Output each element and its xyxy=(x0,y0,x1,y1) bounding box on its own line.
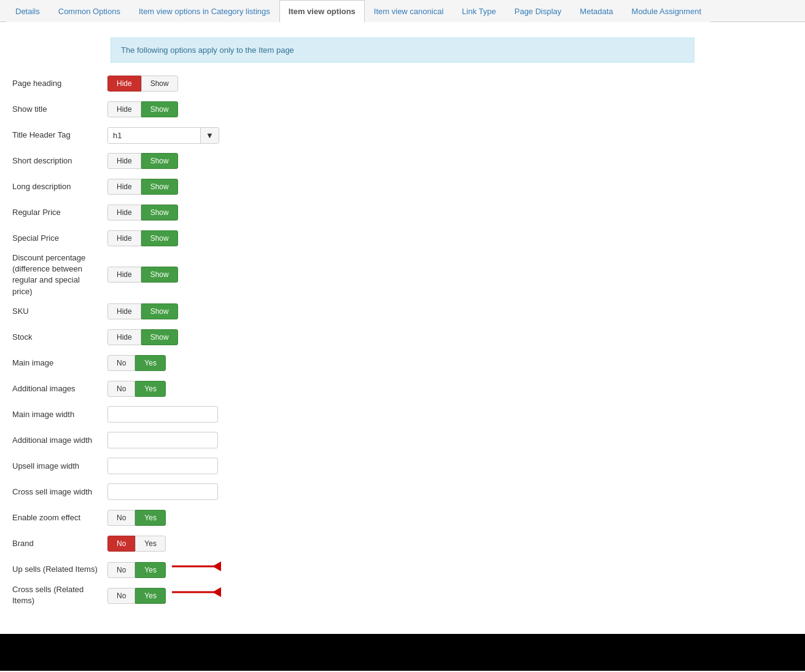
no-btn-brand[interactable]: No xyxy=(107,536,135,552)
yes-btn-up-sells[interactable]: Yes xyxy=(135,562,166,578)
hide-btn-page-heading[interactable]: Hide xyxy=(107,76,141,92)
tab-module-assignment[interactable]: Module Assignment xyxy=(623,0,710,22)
input-cross-sell-image-width[interactable] xyxy=(107,483,218,500)
toggle-long-description: HideShow xyxy=(107,179,178,195)
row-sku: SKUHideShow xyxy=(12,300,793,323)
no-btn-up-sells[interactable]: No xyxy=(107,562,135,578)
control-page-heading: HideShow xyxy=(107,76,793,92)
tab-item-view-category[interactable]: Item view options in Category listings xyxy=(130,0,279,22)
label-cross-sells: Cross sells (Related Items) xyxy=(12,584,107,606)
no-btn-cross-sells[interactable]: No xyxy=(107,588,135,604)
hide-btn-show-title[interactable]: Hide xyxy=(107,101,141,117)
toggle-cross-sells: NoYes xyxy=(107,588,166,604)
control-up-sells: NoYes xyxy=(107,560,793,578)
show-btn-show-title[interactable]: Show xyxy=(141,101,178,117)
bottom-bar xyxy=(0,634,805,671)
label-stock: Stock xyxy=(12,332,107,343)
control-special-price: HideShow xyxy=(107,230,793,246)
row-stock: StockHideShow xyxy=(12,326,793,349)
row-short-description: Short descriptionHideShow xyxy=(12,149,793,173)
info-banner: The following options apply only to the … xyxy=(111,37,694,63)
show-btn-long-description[interactable]: Show xyxy=(141,179,178,195)
control-discount-percentage: HideShow xyxy=(107,267,793,283)
control-long-description: HideShow xyxy=(107,179,793,195)
yes-btn-brand[interactable]: Yes xyxy=(135,536,166,552)
hide-btn-stock[interactable]: Hide xyxy=(107,329,141,345)
hide-btn-discount-percentage[interactable]: Hide xyxy=(107,267,141,283)
hide-btn-sku[interactable]: Hide xyxy=(107,303,141,319)
control-upsell-image-width xyxy=(107,458,793,474)
control-additional-image-width xyxy=(107,432,793,448)
form-container: Page headingHideShowShow titleHideShowTi… xyxy=(12,72,793,607)
tab-item-view-canonical[interactable]: Item view canonical xyxy=(365,0,453,22)
row-cross-sell-image-width: Cross sell image width xyxy=(12,480,793,504)
label-main-image: Main image xyxy=(12,357,107,369)
row-upsell-image-width: Upsell image width xyxy=(12,455,793,478)
tab-item-view-options[interactable]: Item view options xyxy=(279,0,365,22)
tabs-bar: DetailsCommon OptionsItem view options i… xyxy=(0,0,805,22)
label-additional-images: Additional images xyxy=(12,383,107,394)
tab-link-type[interactable]: Link Type xyxy=(453,0,505,22)
label-cross-sell-image-width: Cross sell image width xyxy=(12,486,107,498)
red-arrow-up-sells xyxy=(172,560,227,572)
control-cross-sell-image-width xyxy=(107,483,793,500)
yes-btn-additional-images[interactable]: Yes xyxy=(135,381,166,397)
toggle-sku: HideShow xyxy=(107,303,178,319)
control-short-description: HideShow xyxy=(107,153,793,169)
select-title-header-tag[interactable]: h1h2h3h4h5h6 xyxy=(108,128,200,143)
toggle-page-heading: HideShow xyxy=(107,76,178,92)
control-sku: HideShow xyxy=(107,303,793,319)
tab-details[interactable]: Details xyxy=(6,0,49,22)
no-btn-enable-zoom-effect[interactable]: No xyxy=(107,510,135,526)
label-brand: Brand xyxy=(12,538,107,549)
tab-page-display[interactable]: Page Display xyxy=(505,0,571,22)
hide-btn-regular-price[interactable]: Hide xyxy=(107,205,141,221)
dropdown-arrow-title-header-tag[interactable]: ▼ xyxy=(200,128,219,143)
no-btn-additional-images[interactable]: No xyxy=(107,381,135,397)
toggle-regular-price: HideShow xyxy=(107,205,178,221)
input-main-image-width[interactable] xyxy=(107,406,218,423)
label-regular-price: Regular Price xyxy=(12,207,107,218)
show-btn-sku[interactable]: Show xyxy=(141,303,178,319)
row-cross-sells: Cross sells (Related Items)NoYes xyxy=(12,584,793,607)
control-brand: NoYes xyxy=(107,536,793,552)
tab-metadata[interactable]: Metadata xyxy=(570,0,622,22)
toggle-show-title: HideShow xyxy=(107,101,178,117)
hide-btn-short-description[interactable]: Hide xyxy=(107,153,141,169)
row-long-description: Long descriptionHideShow xyxy=(12,175,793,198)
toggle-main-image: NoYes xyxy=(107,355,166,371)
show-btn-discount-percentage[interactable]: Show xyxy=(141,267,178,283)
row-special-price: Special PriceHideShow xyxy=(12,227,793,250)
control-show-title: HideShow xyxy=(107,101,793,117)
yes-btn-main-image[interactable]: Yes xyxy=(135,355,166,371)
row-title-header-tag: Title Header Tagh1h2h3h4h5h6▼ xyxy=(12,123,793,147)
row-up-sells: Up sells (Related Items)NoYes xyxy=(12,558,793,581)
show-btn-stock[interactable]: Show xyxy=(141,329,178,345)
row-discount-percentage: Discount percentage (difference between … xyxy=(12,252,793,297)
main-content: The following options apply only to the … xyxy=(0,22,805,622)
label-short-description: Short description xyxy=(12,155,107,166)
show-btn-page-heading[interactable]: Show xyxy=(141,76,178,92)
row-main-image: Main imageNoYes xyxy=(12,351,793,375)
label-show-title: Show title xyxy=(12,104,107,115)
input-upsell-image-width[interactable] xyxy=(107,458,218,474)
label-main-image-width: Main image width xyxy=(12,409,107,420)
show-btn-special-price[interactable]: Show xyxy=(141,230,178,246)
arrow-annotation-up-sells xyxy=(172,560,227,572)
tab-common-options[interactable]: Common Options xyxy=(49,0,130,22)
show-btn-short-description[interactable]: Show xyxy=(141,153,178,169)
dropdown-title-header-tag[interactable]: h1h2h3h4h5h6▼ xyxy=(107,127,219,144)
yes-btn-cross-sells[interactable]: Yes xyxy=(135,588,166,604)
show-btn-regular-price[interactable]: Show xyxy=(141,205,178,221)
hide-btn-special-price[interactable]: Hide xyxy=(107,230,141,246)
hide-btn-long-description[interactable]: Hide xyxy=(107,179,141,195)
control-main-image-width xyxy=(107,406,793,423)
label-page-heading: Page heading xyxy=(12,78,107,89)
yes-btn-enable-zoom-effect[interactable]: Yes xyxy=(135,510,166,526)
label-up-sells: Up sells (Related Items) xyxy=(12,564,107,575)
red-arrow-cross-sells xyxy=(172,586,227,598)
control-regular-price: HideShow xyxy=(107,205,793,221)
no-btn-main-image[interactable]: No xyxy=(107,355,135,371)
input-additional-image-width[interactable] xyxy=(107,432,218,448)
arrow-annotation-cross-sells xyxy=(172,586,227,598)
